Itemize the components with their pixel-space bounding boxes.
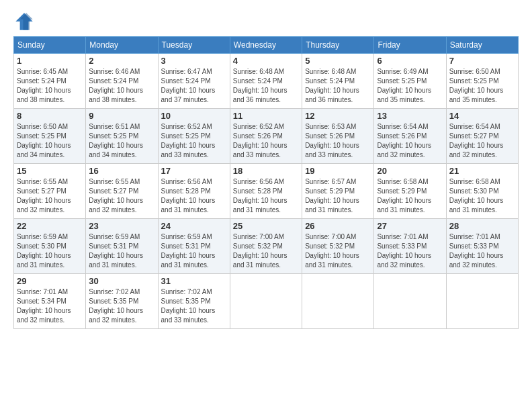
day-info: Sunrise: 6:56 AM Sunset: 5:28 PM Dayligh… <box>233 177 299 215</box>
calendar-cell: 12Sunrise: 6:53 AM Sunset: 5:26 PM Dayli… <box>302 109 374 164</box>
day-info: Sunrise: 6:48 AM Sunset: 5:24 PM Dayligh… <box>305 67 371 105</box>
day-number: 13 <box>377 111 443 121</box>
calendar-cell: 4Sunrise: 6:48 AM Sunset: 5:24 PM Daylig… <box>230 54 302 109</box>
calendar-cell: 27Sunrise: 7:01 AM Sunset: 5:33 PM Dayli… <box>374 219 446 274</box>
calendar-cell <box>446 274 518 329</box>
weekday-header-tuesday: Tuesday <box>158 37 230 54</box>
day-info: Sunrise: 7:02 AM Sunset: 5:35 PM Dayligh… <box>89 287 154 325</box>
day-info: Sunrise: 6:58 AM Sunset: 5:29 PM Dayligh… <box>377 177 443 215</box>
calendar-cell: 25Sunrise: 7:00 AM Sunset: 5:32 PM Dayli… <box>230 219 302 274</box>
day-number: 6 <box>377 56 443 66</box>
day-info: Sunrise: 7:00 AM Sunset: 5:32 PM Dayligh… <box>233 232 299 270</box>
day-info: Sunrise: 7:02 AM Sunset: 5:35 PM Dayligh… <box>161 287 227 325</box>
calendar-cell: 30Sunrise: 7:02 AM Sunset: 5:35 PM Dayli… <box>86 274 158 329</box>
day-number: 28 <box>449 221 515 231</box>
calendar-cell: 16Sunrise: 6:55 AM Sunset: 5:27 PM Dayli… <box>86 164 158 219</box>
day-info: Sunrise: 6:52 AM Sunset: 5:26 PM Dayligh… <box>233 122 299 160</box>
calendar-cell: 19Sunrise: 6:57 AM Sunset: 5:29 PM Dayli… <box>302 164 374 219</box>
calendar-cell: 14Sunrise: 6:54 AM Sunset: 5:27 PM Dayli… <box>446 109 518 164</box>
logo <box>13 11 38 32</box>
day-number: 24 <box>161 221 227 231</box>
calendar-cell: 13Sunrise: 6:54 AM Sunset: 5:26 PM Dayli… <box>374 109 446 164</box>
day-number: 19 <box>305 166 371 176</box>
day-info: Sunrise: 6:49 AM Sunset: 5:25 PM Dayligh… <box>377 67 443 105</box>
calendar-cell: 18Sunrise: 6:56 AM Sunset: 5:28 PM Dayli… <box>230 164 302 219</box>
weekday-header-row: SundayMondayTuesdayWednesdayThursdayFrid… <box>14 37 519 54</box>
day-info: Sunrise: 6:50 AM Sunset: 5:25 PM Dayligh… <box>449 67 515 105</box>
day-info: Sunrise: 6:56 AM Sunset: 5:28 PM Dayligh… <box>161 177 227 215</box>
calendar-cell <box>230 274 302 329</box>
calendar-cell: 3Sunrise: 6:47 AM Sunset: 5:24 PM Daylig… <box>158 54 230 109</box>
day-number: 5 <box>305 56 371 66</box>
day-info: Sunrise: 6:55 AM Sunset: 5:27 PM Dayligh… <box>89 177 154 215</box>
day-info: Sunrise: 6:46 AM Sunset: 5:24 PM Dayligh… <box>89 67 154 105</box>
day-info: Sunrise: 6:51 AM Sunset: 5:25 PM Dayligh… <box>89 122 154 160</box>
calendar-cell <box>374 274 446 329</box>
day-info: Sunrise: 6:55 AM Sunset: 5:27 PM Dayligh… <box>17 177 83 215</box>
calendar-body: 1Sunrise: 6:45 AM Sunset: 5:24 PM Daylig… <box>14 54 519 329</box>
day-number: 2 <box>89 56 154 66</box>
calendar-cell: 9Sunrise: 6:51 AM Sunset: 5:25 PM Daylig… <box>86 109 158 164</box>
calendar-cell <box>302 274 374 329</box>
day-number: 31 <box>161 276 227 286</box>
calendar-cell: 15Sunrise: 6:55 AM Sunset: 5:27 PM Dayli… <box>14 164 86 219</box>
calendar-cell: 26Sunrise: 7:00 AM Sunset: 5:32 PM Dayli… <box>302 219 374 274</box>
day-number: 16 <box>89 166 154 176</box>
weekday-header-sunday: Sunday <box>14 37 86 54</box>
day-number: 8 <box>17 111 83 121</box>
day-number: 18 <box>233 166 299 176</box>
day-number: 7 <box>449 56 515 66</box>
calendar-cell: 2Sunrise: 6:46 AM Sunset: 5:24 PM Daylig… <box>86 54 158 109</box>
day-number: 26 <box>305 221 371 231</box>
day-number: 23 <box>89 221 154 231</box>
day-info: Sunrise: 6:50 AM Sunset: 5:25 PM Dayligh… <box>17 122 83 160</box>
calendar-cell: 1Sunrise: 6:45 AM Sunset: 5:24 PM Daylig… <box>14 54 86 109</box>
day-info: Sunrise: 6:54 AM Sunset: 5:26 PM Dayligh… <box>377 122 443 160</box>
header <box>13 11 519 32</box>
weekday-header-monday: Monday <box>86 37 158 54</box>
day-info: Sunrise: 6:58 AM Sunset: 5:30 PM Dayligh… <box>449 177 515 215</box>
day-number: 9 <box>89 111 154 121</box>
calendar-week-row: 15Sunrise: 6:55 AM Sunset: 5:27 PM Dayli… <box>14 164 519 219</box>
day-number: 11 <box>233 111 299 121</box>
calendar-week-row: 8Sunrise: 6:50 AM Sunset: 5:25 PM Daylig… <box>14 109 519 164</box>
calendar-cell: 22Sunrise: 6:59 AM Sunset: 5:30 PM Dayli… <box>14 219 86 274</box>
day-info: Sunrise: 7:00 AM Sunset: 5:32 PM Dayligh… <box>305 232 371 270</box>
day-number: 29 <box>17 276 83 286</box>
day-info: Sunrise: 6:59 AM Sunset: 5:30 PM Dayligh… <box>17 232 83 270</box>
page: SundayMondayTuesdayWednesdayThursdayFrid… <box>0 0 532 336</box>
calendar-cell: 20Sunrise: 6:58 AM Sunset: 5:29 PM Dayli… <box>374 164 446 219</box>
day-info: Sunrise: 6:59 AM Sunset: 5:31 PM Dayligh… <box>161 232 227 270</box>
day-number: 14 <box>449 111 515 121</box>
calendar-cell: 24Sunrise: 6:59 AM Sunset: 5:31 PM Dayli… <box>158 219 230 274</box>
calendar-cell: 29Sunrise: 7:01 AM Sunset: 5:34 PM Dayli… <box>14 274 86 329</box>
day-info: Sunrise: 6:54 AM Sunset: 5:27 PM Dayligh… <box>449 122 515 160</box>
logo-icon <box>13 11 35 32</box>
day-number: 22 <box>17 221 83 231</box>
day-info: Sunrise: 7:01 AM Sunset: 5:33 PM Dayligh… <box>377 232 443 270</box>
calendar-header: SundayMondayTuesdayWednesdayThursdayFrid… <box>14 37 519 54</box>
calendar-cell: 23Sunrise: 6:59 AM Sunset: 5:31 PM Dayli… <box>86 219 158 274</box>
calendar-week-row: 22Sunrise: 6:59 AM Sunset: 5:30 PM Dayli… <box>14 219 519 274</box>
calendar-cell: 21Sunrise: 6:58 AM Sunset: 5:30 PM Dayli… <box>446 164 518 219</box>
weekday-header-saturday: Saturday <box>446 37 518 54</box>
day-number: 20 <box>377 166 443 176</box>
day-number: 12 <box>305 111 371 121</box>
calendar-week-row: 29Sunrise: 7:01 AM Sunset: 5:34 PM Dayli… <box>14 274 519 329</box>
weekday-header-wednesday: Wednesday <box>230 37 302 54</box>
calendar-cell: 7Sunrise: 6:50 AM Sunset: 5:25 PM Daylig… <box>446 54 518 109</box>
day-number: 25 <box>233 221 299 231</box>
calendar-table: SundayMondayTuesdayWednesdayThursdayFrid… <box>13 36 519 329</box>
day-info: Sunrise: 6:47 AM Sunset: 5:24 PM Dayligh… <box>161 67 227 105</box>
day-info: Sunrise: 6:52 AM Sunset: 5:25 PM Dayligh… <box>161 122 227 160</box>
day-number: 17 <box>161 166 227 176</box>
day-info: Sunrise: 7:01 AM Sunset: 5:33 PM Dayligh… <box>449 232 515 270</box>
weekday-header-thursday: Thursday <box>302 37 374 54</box>
day-number: 3 <box>161 56 227 66</box>
calendar-week-row: 1Sunrise: 6:45 AM Sunset: 5:24 PM Daylig… <box>14 54 519 109</box>
day-info: Sunrise: 6:45 AM Sunset: 5:24 PM Dayligh… <box>17 67 83 105</box>
calendar-cell: 31Sunrise: 7:02 AM Sunset: 5:35 PM Dayli… <box>158 274 230 329</box>
day-number: 1 <box>17 56 83 66</box>
calendar-cell: 10Sunrise: 6:52 AM Sunset: 5:25 PM Dayli… <box>158 109 230 164</box>
calendar-cell: 28Sunrise: 7:01 AM Sunset: 5:33 PM Dayli… <box>446 219 518 274</box>
